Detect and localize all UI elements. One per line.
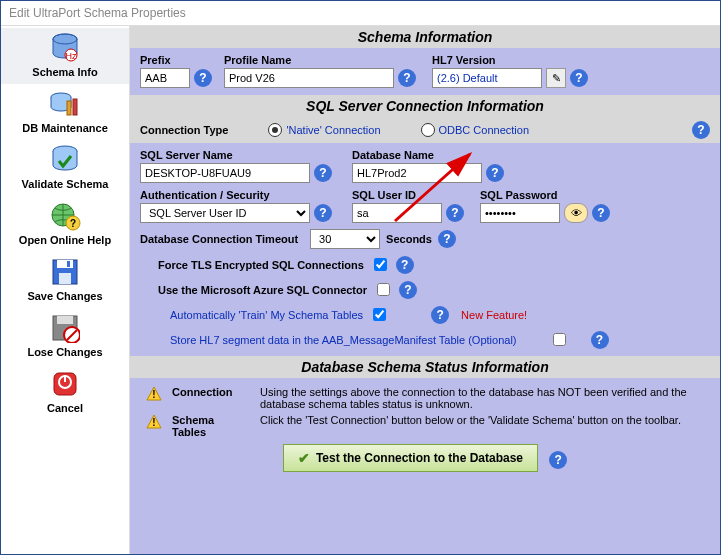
- password-input[interactable]: [480, 203, 560, 223]
- user-id-input[interactable]: [352, 203, 442, 223]
- database-name-label: Database Name: [352, 149, 504, 161]
- prefix-label: Prefix: [140, 54, 212, 66]
- svg-text:?: ?: [70, 218, 76, 229]
- sidebar-item-label: Schema Info: [1, 66, 129, 78]
- help-icon[interactable]: ?: [194, 69, 212, 87]
- tls-label: Force TLS Encrypted SQL Connections: [158, 259, 364, 271]
- profile-input[interactable]: [224, 68, 394, 88]
- train-checkbox[interactable]: [373, 308, 386, 321]
- azure-checkbox[interactable]: [377, 283, 390, 296]
- svg-text:Hz: Hz: [66, 51, 77, 61]
- radio-label: ODBC Connection: [439, 124, 530, 136]
- maintenance-icon: [49, 88, 81, 120]
- timeout-select[interactable]: 30: [310, 229, 380, 249]
- help-icon[interactable]: ?: [314, 164, 332, 182]
- svg-rect-13: [59, 273, 71, 284]
- main-panel: Schema Information Prefix ? Profile Name…: [130, 26, 720, 554]
- timeout-suffix: Seconds: [386, 233, 432, 245]
- sidebar-item-cancel[interactable]: Cancel: [1, 364, 129, 420]
- help-icon[interactable]: ?: [446, 204, 464, 222]
- save-icon: [49, 256, 81, 288]
- help-icon[interactable]: ?: [692, 121, 710, 139]
- svg-rect-16: [57, 316, 73, 324]
- status-tables-label: Schema Tables: [172, 414, 250, 438]
- connection-type-label: Connection Type: [140, 124, 228, 136]
- svg-rect-14: [67, 261, 70, 267]
- svg-rect-6: [73, 99, 77, 115]
- svg-text:!: !: [152, 417, 155, 428]
- status-connection-label: Connection: [172, 386, 250, 398]
- status-box: ! Connection Using the settings above th…: [140, 382, 710, 476]
- test-button-label: Test the Connection to the Database: [316, 451, 523, 465]
- server-name-label: SQL Server Name: [140, 149, 332, 161]
- discard-icon: [49, 312, 81, 344]
- svg-rect-5: [67, 101, 71, 115]
- segment-label: Store HL7 segment data in the AAB_Messag…: [170, 334, 517, 346]
- help-icon[interactable]: ?: [438, 230, 456, 248]
- window-body: Hz Schema Info DB Maintenance Validate S…: [1, 26, 720, 554]
- globe-help-icon: ?: [49, 200, 81, 232]
- sidebar-item-label: Validate Schema: [1, 178, 129, 190]
- hl7-version-display: [432, 68, 542, 88]
- azure-label: Use the Microsoft Azure SQL Connector: [158, 284, 367, 296]
- tls-checkbox[interactable]: [374, 258, 387, 271]
- status-tables-text: Click the 'Test Connection' button below…: [260, 414, 704, 426]
- section-header-connection: SQL Server Connection Information: [130, 95, 720, 117]
- radio-native-connection[interactable]: 'Native' Connection: [268, 123, 380, 137]
- help-icon[interactable]: ?: [549, 451, 567, 469]
- checkmark-icon: ✔: [298, 450, 310, 466]
- auth-select[interactable]: SQL Server User ID: [140, 203, 310, 223]
- sidebar-item-label: DB Maintenance: [1, 122, 129, 134]
- eye-icon[interactable]: 👁: [564, 203, 588, 223]
- sidebar-item-lose-changes[interactable]: Lose Changes: [1, 308, 129, 364]
- database-icon: Hz: [49, 32, 81, 64]
- radio-dot-icon: [268, 123, 282, 137]
- help-icon[interactable]: ?: [570, 69, 588, 87]
- sidebar-item-save-changes[interactable]: Save Changes: [1, 252, 129, 308]
- sidebar-item-validate-schema[interactable]: Validate Schema: [1, 140, 129, 196]
- help-icon[interactable]: ?: [591, 331, 609, 349]
- sidebar-item-label: Cancel: [1, 402, 129, 414]
- warning-icon: !: [146, 414, 162, 430]
- timeout-label: Database Connection Timeout: [140, 233, 298, 245]
- help-icon[interactable]: ?: [592, 204, 610, 222]
- train-label: Automatically 'Train' My Schema Tables: [170, 309, 363, 321]
- status-connection-text: Using the settings above the connection …: [260, 386, 704, 410]
- sidebar-item-online-help[interactable]: ? Open Online Help: [1, 196, 129, 252]
- help-icon[interactable]: ?: [399, 281, 417, 299]
- svg-text:!: !: [152, 389, 155, 400]
- radio-label: 'Native' Connection: [286, 124, 380, 136]
- hl7-label: HL7 Version: [432, 54, 588, 66]
- help-icon[interactable]: ?: [431, 306, 449, 324]
- radio-odbc-connection[interactable]: ODBC Connection: [421, 123, 530, 137]
- sidebar-item-schema-info[interactable]: Hz Schema Info: [1, 28, 129, 84]
- test-connection-button[interactable]: ✔ Test the Connection to the Database: [283, 444, 538, 472]
- window-title: Edit UltraPort Schema Properties: [1, 1, 720, 26]
- validate-icon: [49, 144, 81, 176]
- sidebar: Hz Schema Info DB Maintenance Validate S…: [1, 26, 130, 554]
- password-label: SQL Password: [480, 189, 610, 201]
- segment-checkbox[interactable]: [553, 333, 566, 346]
- help-icon[interactable]: ?: [314, 204, 332, 222]
- connection-type-row: Connection Type 'Native' Connection ODBC…: [130, 117, 720, 143]
- edit-icon[interactable]: ✎: [546, 68, 566, 88]
- sidebar-item-label: Lose Changes: [1, 346, 129, 358]
- prefix-input[interactable]: [140, 68, 190, 88]
- help-icon[interactable]: ?: [396, 256, 414, 274]
- database-name-input[interactable]: [352, 163, 482, 183]
- help-icon[interactable]: ?: [398, 69, 416, 87]
- window: Edit UltraPort Schema Properties Hz Sche…: [0, 0, 721, 555]
- user-id-label: SQL User ID: [352, 189, 464, 201]
- section-header-schema: Schema Information: [130, 26, 720, 48]
- server-name-input[interactable]: [140, 163, 310, 183]
- section-header-status: Database Schema Status Information: [130, 356, 720, 378]
- sidebar-item-label: Open Online Help: [1, 234, 129, 246]
- auth-label: Authentication / Security: [140, 189, 332, 201]
- sidebar-item-db-maintenance[interactable]: DB Maintenance: [1, 84, 129, 140]
- profile-label: Profile Name: [224, 54, 416, 66]
- warning-icon: !: [146, 386, 162, 402]
- cancel-icon: [49, 368, 81, 400]
- sidebar-item-label: Save Changes: [1, 290, 129, 302]
- help-icon[interactable]: ?: [486, 164, 504, 182]
- radio-dot-icon: [421, 123, 435, 137]
